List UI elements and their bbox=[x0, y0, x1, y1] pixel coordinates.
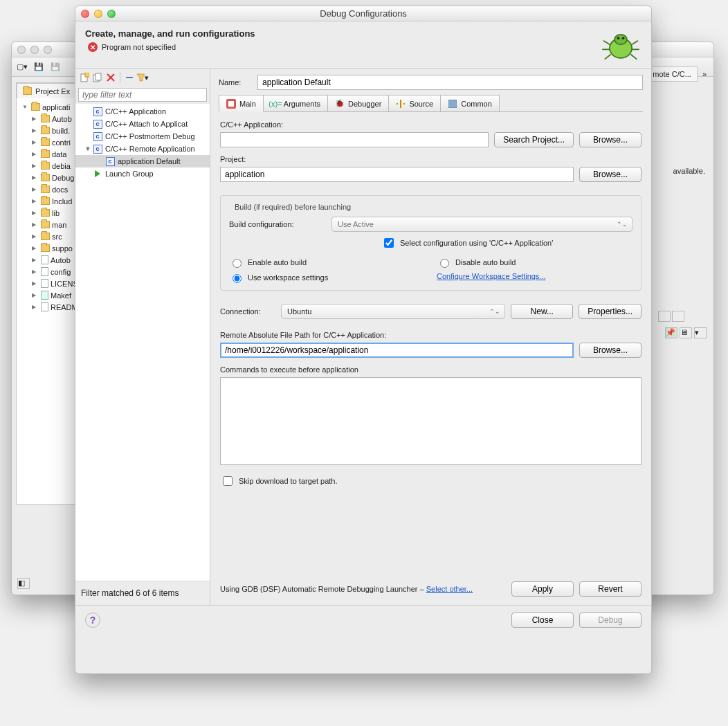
makefile-icon bbox=[41, 291, 48, 300]
tab-debugger[interactable]: 🐞Debugger bbox=[327, 95, 389, 111]
skip-download-checkbox[interactable] bbox=[223, 476, 233, 486]
connection-select[interactable]: Ubuntu bbox=[281, 304, 505, 319]
tree-twisty-icon[interactable]: ▶ bbox=[32, 280, 39, 287]
new-config-icon[interactable] bbox=[78, 71, 91, 84]
delete-config-icon[interactable] bbox=[104, 71, 117, 84]
tree-item[interactable]: cC/C++ Application bbox=[75, 105, 210, 118]
tree-item[interactable]: capplication Default bbox=[75, 155, 210, 167]
minimize-icon[interactable] bbox=[658, 311, 671, 322]
file-icon bbox=[41, 279, 48, 288]
menu-icon[interactable]: ▾ bbox=[694, 327, 707, 338]
duplicate-config-icon[interactable] bbox=[91, 71, 104, 84]
tree-twisty-icon[interactable]: ▶ bbox=[32, 127, 39, 134]
use-workspace-radio[interactable] bbox=[233, 274, 242, 283]
tab-common[interactable]: Common bbox=[440, 95, 500, 111]
file-icon bbox=[41, 255, 48, 264]
select-value: Use Active bbox=[338, 220, 374, 228]
remote-cc-tab[interactable]: mote C/C... bbox=[646, 66, 698, 82]
help-icon[interactable]: ? bbox=[85, 612, 100, 628]
tree-twisty-icon[interactable]: ▶ bbox=[32, 257, 39, 263]
apply-button[interactable]: Apply bbox=[511, 581, 574, 597]
tree-twisty-icon[interactable]: ▼ bbox=[22, 104, 29, 110]
tab-source[interactable]: Source bbox=[388, 95, 441, 111]
config-right-pane: Name: Main (x)=Arguments 🐞Debugger Sourc… bbox=[210, 69, 651, 605]
configure-workspace-link[interactable]: Configure Workspace Settings... bbox=[437, 272, 546, 283]
search-project-button[interactable]: Search Project... bbox=[494, 132, 574, 147]
tree-twisty-icon[interactable]: ▶ bbox=[32, 269, 39, 275]
tree-twisty-icon[interactable]: ▶ bbox=[32, 174, 39, 181]
tree-twisty-icon[interactable]: ▶ bbox=[32, 116, 39, 122]
close-window-icon[interactable] bbox=[81, 10, 89, 18]
tree-twisty-icon[interactable]: ▶ bbox=[32, 198, 39, 204]
tab-main[interactable]: Main bbox=[219, 95, 264, 112]
common-tab-icon bbox=[448, 99, 457, 109]
tree-twisty-icon[interactable]: ▶ bbox=[32, 163, 39, 169]
tree-twisty-icon[interactable]: ▶ bbox=[32, 292, 39, 298]
enable-auto-build-radio[interactable] bbox=[233, 259, 242, 268]
select-config-checkbox[interactable] bbox=[384, 238, 394, 248]
tree-item[interactable]: Launch Group bbox=[75, 167, 210, 180]
c-file-icon: c bbox=[104, 156, 116, 167]
save-all-icon[interactable]: 💾 bbox=[49, 61, 62, 73]
name-input[interactable] bbox=[257, 75, 643, 90]
collapse-all-icon[interactable] bbox=[123, 71, 136, 84]
dialog-header: Create, manage, and run configurations ✕… bbox=[75, 21, 651, 69]
tree-twisty-icon[interactable]: ▶ bbox=[32, 186, 39, 192]
remote-path-input[interactable] bbox=[220, 343, 574, 358]
connection-properties-button[interactable]: Properties... bbox=[579, 304, 641, 319]
tree-twisty-icon[interactable]: ▶ bbox=[32, 210, 39, 216]
new-dropdown-icon[interactable]: ▢▾ bbox=[16, 61, 28, 73]
zoom-window-icon[interactable] bbox=[107, 10, 116, 18]
project-input[interactable] bbox=[220, 167, 574, 182]
perspective-icon[interactable]: ◧ bbox=[17, 578, 30, 589]
debug-button[interactable]: Debug bbox=[579, 612, 641, 628]
launch-group-icon bbox=[92, 168, 103, 179]
build-config-label: Build configuration: bbox=[229, 220, 326, 228]
tree-twisty-icon[interactable]: ▶ bbox=[32, 139, 39, 145]
save-icon[interactable]: 💾 bbox=[33, 61, 45, 73]
tree-twisty-icon[interactable]: ▶ bbox=[32, 151, 39, 157]
tab-label: mote C/C... bbox=[653, 70, 691, 78]
browse-remote-path-button[interactable]: Browse... bbox=[579, 343, 641, 358]
folder-icon bbox=[41, 150, 50, 158]
tab-overflow-icon[interactable]: » bbox=[702, 70, 707, 78]
tree-twisty-icon[interactable]: ▶ bbox=[32, 221, 39, 228]
folder-icon bbox=[41, 162, 50, 170]
dialog-title: Debug Configurations bbox=[75, 8, 651, 19]
revert-button[interactable]: Revert bbox=[579, 581, 641, 597]
svg-rect-7 bbox=[95, 73, 101, 80]
close-button[interactable]: Close bbox=[511, 612, 574, 628]
tree-twisty-icon[interactable]: ▶ bbox=[32, 245, 39, 251]
tab-label: Arguments bbox=[284, 100, 320, 108]
tree-twisty-icon[interactable]: ▶ bbox=[32, 304, 39, 310]
use-workspace-label: Use workspace settings bbox=[248, 273, 328, 282]
browse-app-button[interactable]: Browse... bbox=[579, 132, 641, 147]
tree-item-label: Includ bbox=[52, 197, 72, 206]
folder-icon bbox=[41, 233, 50, 240]
cpp-app-input[interactable] bbox=[220, 132, 489, 147]
filter-menu-icon[interactable]: ▾ bbox=[136, 71, 149, 84]
tree-item[interactable]: cC/C++ Postmortem Debug bbox=[75, 130, 210, 143]
tree-item-label: man bbox=[52, 221, 66, 229]
minimize-window-icon[interactable] bbox=[94, 10, 102, 18]
maximize-icon[interactable] bbox=[672, 311, 684, 322]
tree-item[interactable]: cC/C++ Attach to Applicat bbox=[75, 118, 210, 130]
browse-project-button[interactable]: Browse... bbox=[579, 167, 641, 182]
new-connection-button[interactable]: New... bbox=[511, 304, 573, 319]
filter-input[interactable] bbox=[78, 88, 207, 102]
dialog-titlebar[interactable]: Debug Configurations bbox=[75, 6, 651, 21]
bug-icon bbox=[600, 28, 641, 64]
tree-item-label: Debug bbox=[52, 174, 74, 182]
tree-twisty-icon[interactable]: ▼ bbox=[84, 145, 92, 152]
tree-item-label: C/C++ Remote Application bbox=[105, 145, 195, 153]
display-icon[interactable]: 🖥 bbox=[680, 327, 692, 338]
tree-item[interactable]: ▼cC/C++ Remote Application bbox=[75, 143, 210, 155]
disable-auto-build-radio[interactable] bbox=[440, 259, 449, 268]
tab-arguments[interactable]: (x)=Arguments bbox=[263, 95, 328, 111]
pin-icon[interactable]: 📌 bbox=[665, 327, 677, 338]
commands-input[interactable] bbox=[220, 377, 641, 465]
config-tree[interactable]: cC/C++ ApplicationcC/C++ Attach to Appli… bbox=[75, 104, 210, 581]
tree-twisty-icon[interactable]: ▶ bbox=[32, 233, 39, 239]
select-other-link[interactable]: Select other... bbox=[426, 585, 473, 593]
tree-item-label: data bbox=[52, 150, 66, 158]
